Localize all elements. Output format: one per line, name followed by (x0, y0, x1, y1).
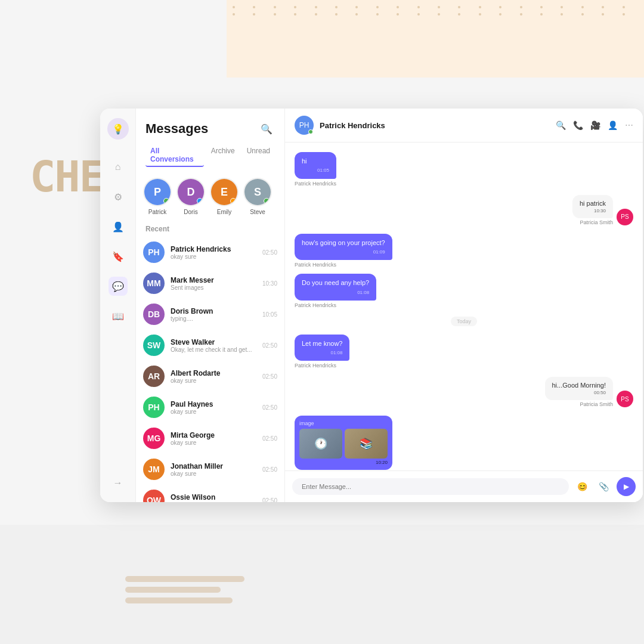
contact-name-jonathan: Jonathan Miller (171, 462, 256, 470)
contact-info-steve: Steve Walker Okay, let me check it and g… (171, 338, 256, 353)
contact-info-patrick: Patrick Hendricks okay sure (171, 245, 256, 260)
contact-ossie-wilson[interactable]: OW Ossie Wilson okay sure 02:50 (136, 485, 284, 502)
chat-icon[interactable]: 💬 (109, 277, 128, 296)
contact-time-paul: 02:50 (262, 404, 277, 411)
call-button[interactable]: 📞 (573, 120, 583, 130)
msg-row-images: image 🕐 📚 10:20 Patrick Hendricks (295, 416, 633, 470)
messages-area: hi 01:05 Patrick Hendricks hi patrick 10… (285, 143, 643, 470)
contact-mirta-george[interactable]: MG Mirta George okay sure 02:50 (136, 423, 284, 454)
contact-name-patrick: Patrick Hendricks (171, 245, 256, 253)
messages-panel: Messages 🔍 All Conversions Archive Unrea… (136, 109, 285, 502)
story-patrick[interactable]: P Patrick (143, 178, 172, 215)
contact-name-doris: Doris Brown (171, 307, 256, 315)
contact-patrick-hendricks[interactable]: PH Patrick Hendricks okay sure 02:50 (136, 237, 284, 268)
msg-time-images: 10:20 (299, 460, 388, 465)
msg-group-hi-patrick: hi patrick 10:30 Patricia Smith (572, 195, 613, 225)
msg-text-goodmorning: hi...Good Morning! (552, 382, 606, 389)
msg-time-hi-patrick: 10:30 (580, 208, 606, 213)
msg-text-letme: Let me know? (302, 340, 342, 347)
tab-all-conversions[interactable]: All Conversions (145, 144, 204, 167)
more-options-button[interactable]: ⋯ (625, 120, 633, 130)
story-avatar-patrick: P (143, 178, 172, 206)
msg-bubble-goodmorning: hi...Good Morning! 00:50 (545, 377, 614, 400)
send-button[interactable]: ▶ (617, 477, 636, 496)
profile-icon[interactable]: 👤 (109, 217, 128, 236)
msg-row-help: Do you need any help? 01:08 Patrick Hend… (295, 274, 633, 308)
settings-icon[interactable]: ⚙ (109, 187, 128, 206)
search-button[interactable]: 🔍 (258, 120, 275, 137)
contact-time-mirta: 02:50 (262, 435, 277, 442)
contact-steve-walker[interactable]: SW Steve Walker Okay, let me check it an… (136, 330, 284, 361)
msg-sender-right2: Patricia Smith (545, 401, 614, 407)
chat-contact-name: Patrick Hendricks (320, 121, 385, 130)
contact-name-ossie: Ossie Wilson (171, 493, 256, 501)
contact-mark-messer[interactable]: MM Mark Messer Sent images 10:30 (136, 268, 284, 299)
avatar-doris-brown: DB (143, 304, 165, 325)
contact-jonathan-miller[interactable]: JM Jonathan Miller okay sure 02:50 (136, 454, 284, 485)
contact-doris-brown[interactable]: DB Doris Brown typing.... 10:05 (136, 299, 284, 330)
message-input[interactable] (292, 478, 569, 495)
msg-group-images: image 🕐 📚 10:20 Patrick Hendricks (295, 416, 392, 470)
tab-archive[interactable]: Archive (206, 144, 240, 167)
emoji-button[interactable]: 😊 (574, 478, 590, 495)
contact-time-steve: 02:50 (262, 342, 277, 349)
contact-time-doris: 10:05 (262, 311, 277, 318)
story-avatar-steve: S (243, 178, 272, 206)
contact-preview-doris: typing.... (171, 315, 256, 322)
msg-bubble-help: Do you need any help? 01:08 (295, 274, 376, 301)
contact-albert-rodarte[interactable]: AR Albert Rodarte okay sure 02:50 (136, 361, 284, 392)
avatar-mark-messer: MM (143, 273, 165, 294)
avatar-jonathan-miller: JM (143, 459, 165, 480)
chat-area: PH Patrick Hendricks 🔍 📞 🎥 👤 ⋯ hi 01:05 (285, 109, 643, 502)
attachment-button[interactable]: 📎 (595, 478, 612, 495)
msg-time-project: 01:09 (302, 249, 385, 255)
contact-name-steve: Steve Walker (171, 338, 256, 346)
msg-time-hi: 01:05 (302, 167, 329, 174)
contact-time-patrick: 02:50 (262, 249, 277, 256)
contact-preview-ossie: okay sure (171, 501, 256, 503)
bookmark-icon[interactable]: 🔖 (109, 247, 128, 266)
msg-text-project: how's going on your project? (302, 239, 385, 246)
search-chat-button[interactable]: 🔍 (556, 120, 566, 130)
video-call-button[interactable]: 🎥 (590, 120, 600, 130)
contact-info-ossie: Ossie Wilson okay sure (171, 493, 256, 503)
story-name-doris: Doris (184, 209, 197, 215)
msg-text-hi: hi (302, 157, 307, 165)
contact-list: PH Patrick Hendricks okay sure 02:50 MM … (136, 237, 284, 502)
status-dot-doris (197, 198, 203, 204)
contact-time-albert: 02:50 (262, 373, 277, 380)
contact-name-mark: Mark Messer (171, 276, 256, 284)
msg-time-letme: 01:08 (302, 349, 342, 356)
online-status-dot (308, 129, 313, 134)
msg-group-project: how's going on your project? 01:09 Patri… (295, 234, 392, 268)
status-dot-patrick (163, 198, 169, 204)
story-steve[interactable]: S Steve (243, 178, 272, 215)
avatar-patrick-hendricks: PH (143, 242, 165, 263)
contact-time-ossie: 02:50 (262, 497, 277, 503)
avatar-steve-walker: SW (143, 335, 165, 356)
msg-sender-project: Patrick Hendricks (295, 262, 392, 268)
story-avatar-doris: D (177, 178, 205, 206)
status-dot-steve (264, 198, 270, 204)
book-icon[interactable]: 📖 (109, 306, 128, 326)
home-icon[interactable]: ⌂ (109, 157, 128, 177)
story-row: P Patrick D Doris E Emily (136, 173, 284, 220)
messages-header: Messages 🔍 (136, 109, 284, 144)
msg-bubble-project: how's going on your project? 01:09 (295, 234, 392, 261)
msg-bubble-hi-patrick: hi patrick 10:30 (572, 195, 613, 218)
contact-preview-mark: Sent images (171, 284, 256, 291)
tab-unread[interactable]: Unread (242, 144, 275, 167)
msg-avatar-patricia1: PS (617, 209, 633, 225)
avatar-paul-haynes: PH (143, 397, 165, 418)
messages-title: Messages (145, 121, 208, 137)
sidebar-nav: ⌂ ⚙ 👤 🔖 💬 📖 (109, 151, 128, 473)
user-info-button[interactable]: 👤 (608, 120, 618, 130)
contact-paul-haynes[interactable]: PH Paul Haynes okay sure 02:50 (136, 392, 284, 423)
story-emily[interactable]: E Emily (210, 178, 239, 215)
msg-sender-help: Patrick Hendricks (295, 302, 376, 308)
logout-icon[interactable]: → (109, 473, 128, 493)
msg-sender-hi: Patrick Hendricks (295, 181, 336, 187)
story-doris[interactable]: D Doris (177, 178, 205, 215)
contact-preview-steve: Okay, let me check it and get... (171, 346, 256, 353)
msg-row-goodmorning: hi...Good Morning! 00:50 Patricia Smith … (295, 377, 633, 407)
